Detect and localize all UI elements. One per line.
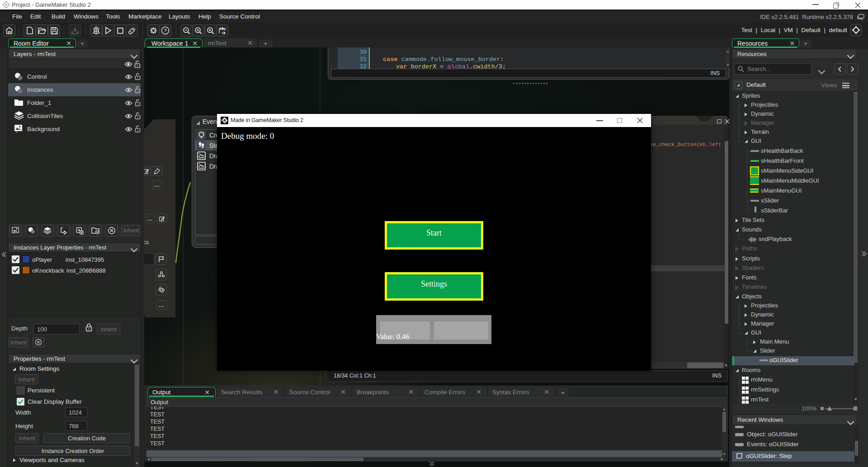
svg-text:?: ? [164, 28, 166, 33]
